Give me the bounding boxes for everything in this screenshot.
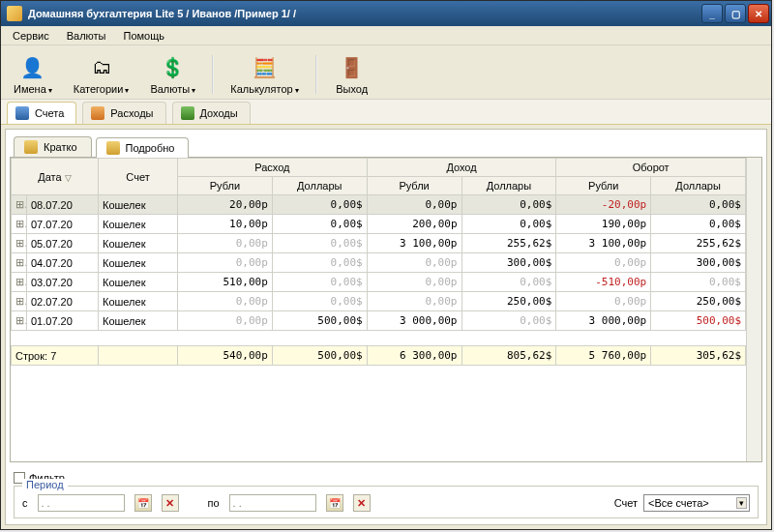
minimize-button[interactable]: _ (701, 4, 723, 23)
plus-icon (181, 106, 194, 120)
calendar-icon[interactable]: 📅 (134, 494, 152, 512)
table-row[interactable]: ⊞07.07.20Кошелек10,00p0,00$200,00p0,00$1… (12, 215, 746, 234)
clear-to-icon[interactable]: ✕ (353, 494, 371, 512)
row-count: Строк: 7 (12, 346, 99, 366)
table-row[interactable]: ⊞02.07.20Кошелек0,00p0,00$0,00p250,00$0,… (12, 292, 746, 311)
view-brief[interactable]: Кратко (14, 136, 92, 157)
expand-icon[interactable]: ⊞ (12, 253, 27, 273)
toolbar-separator (315, 55, 317, 94)
col-income[interactable]: Доход (367, 159, 556, 177)
vertical-scrollbar[interactable] (746, 158, 761, 461)
calculator-icon: 🧮 (251, 54, 278, 81)
footer-row: Строк: 7 540,00p 500,00$ 6 300,00p 805,6… (12, 346, 746, 366)
tool-calculator[interactable]: 🧮 Калькулятор▾ (222, 51, 307, 98)
col-tur-usd[interactable]: Доллары (651, 177, 746, 195)
content-area: Кратко Подробно (5, 129, 767, 525)
main-tabs: Счета Расходы Доходы (1, 100, 771, 125)
from-label: с (22, 497, 28, 509)
col-expense[interactable]: Расход (178, 159, 368, 177)
toolbar: 👤 Имена▾ 🗂 Категории▾ 💲 Валюты▾ 🧮 Кальку… (1, 45, 771, 100)
tab-income[interactable]: Доходы (172, 102, 251, 124)
date-to-input[interactable]: . . (229, 494, 316, 512)
col-exp-rub[interactable]: Рубли (178, 177, 273, 195)
date-from-input[interactable]: . . (38, 494, 125, 512)
period-group: Период с . . 📅 ✕ по . . 📅 ✕ Счет <Все сч… (14, 486, 759, 518)
table-row[interactable]: ⊞08.07.20Кошелек20,00p0,00$0,00p0,00$-20… (12, 195, 746, 215)
col-inc-rub[interactable]: Рубли (367, 177, 461, 195)
expand-icon[interactable]: ⊞ (12, 215, 27, 234)
col-exp-usd[interactable]: Доллары (272, 177, 367, 195)
period-legend: Период (22, 479, 68, 490)
app-window: Домашняя бухгалтерия Lite 5 / Иванов /Пр… (0, 0, 772, 530)
menu-currencies[interactable]: Валюты (59, 28, 114, 44)
calendar-icon[interactable]: 📅 (326, 494, 343, 512)
window-controls: _ ▢ ✕ (701, 4, 769, 23)
col-turnover[interactable]: Оборот (556, 159, 746, 177)
tool-exit[interactable]: 🚪 Выход (325, 51, 379, 98)
col-tur-rub[interactable]: Рубли (556, 177, 651, 195)
grid: Дата ▽ Счет Расход Доход Оборот Рубли До… (10, 157, 762, 462)
col-date[interactable]: Дата ▽ (12, 159, 99, 195)
tool-currencies[interactable]: 💲 Валюты▾ (141, 51, 204, 98)
expand-icon[interactable]: ⊞ (12, 273, 27, 292)
tool-categories[interactable]: 🗂 Категории▾ (65, 51, 138, 98)
tab-expenses[interactable]: Расходы (82, 102, 165, 124)
expand-icon[interactable]: ⊞ (12, 311, 27, 331)
account-filter-label: Счет (614, 497, 638, 509)
table-row[interactable]: ⊞01.07.20Кошелек0,00p500,00$3 000,00p0,0… (12, 311, 746, 331)
sheet-icon (106, 141, 120, 155)
users-icon: 👤 (19, 54, 46, 81)
maximize-button[interactable]: ▢ (725, 4, 746, 23)
sheet-icon (24, 140, 38, 154)
titlebar: Домашняя бухгалтерия Lite 5 / Иванов /Пр… (1, 1, 771, 26)
tool-names[interactable]: 👤 Имена▾ (5, 51, 61, 98)
bag-icon (91, 106, 104, 120)
close-button[interactable]: ✕ (748, 4, 769, 23)
expand-icon[interactable]: ⊞ (12, 195, 27, 215)
tab-accounts[interactable]: Счета (7, 102, 76, 124)
categories-icon: 🗂 (88, 54, 115, 81)
table-row[interactable]: ⊞05.07.20Кошелек0,00p0,00$3 100,00p255,6… (12, 234, 746, 253)
chevron-down-icon: ▾ (736, 497, 747, 509)
dollar-icon: 💲 (160, 54, 187, 81)
app-icon (7, 6, 22, 21)
to-label: по (208, 497, 220, 509)
window-title: Домашняя бухгалтерия Lite 5 / Иванов /Пр… (28, 8, 701, 19)
table-row[interactable]: ⊞03.07.20Кошелек510,00p0,00$0,00p0,00$-5… (12, 273, 746, 292)
menu-service[interactable]: Сервис (5, 28, 57, 44)
col-account[interactable]: Счет (99, 159, 178, 195)
menubar: Сервис Валюты Помощь (1, 26, 771, 45)
menu-help[interactable]: Помощь (116, 28, 173, 44)
clear-from-icon[interactable]: ✕ (162, 494, 179, 512)
view-tabs: Кратко Подробно (10, 133, 762, 157)
data-table: Дата ▽ Счет Расход Доход Оборот Рубли До… (11, 158, 746, 366)
book-icon (15, 106, 29, 120)
col-inc-usd[interactable]: Доллары (461, 177, 556, 195)
toolbar-separator (212, 55, 214, 94)
expand-icon[interactable]: ⊞ (12, 292, 27, 311)
expand-icon[interactable]: ⊞ (12, 234, 27, 253)
exit-icon: 🚪 (339, 54, 366, 81)
table-row[interactable]: ⊞04.07.20Кошелек0,00p0,00$0,00p300,00$0,… (12, 253, 746, 273)
view-detail[interactable]: Подробно (96, 137, 190, 158)
account-filter-combo[interactable]: <Все счета> ▾ (643, 494, 750, 512)
filter-panel: Фильтр Период с . . 📅 ✕ по . . 📅 ✕ Счет … (10, 468, 762, 520)
